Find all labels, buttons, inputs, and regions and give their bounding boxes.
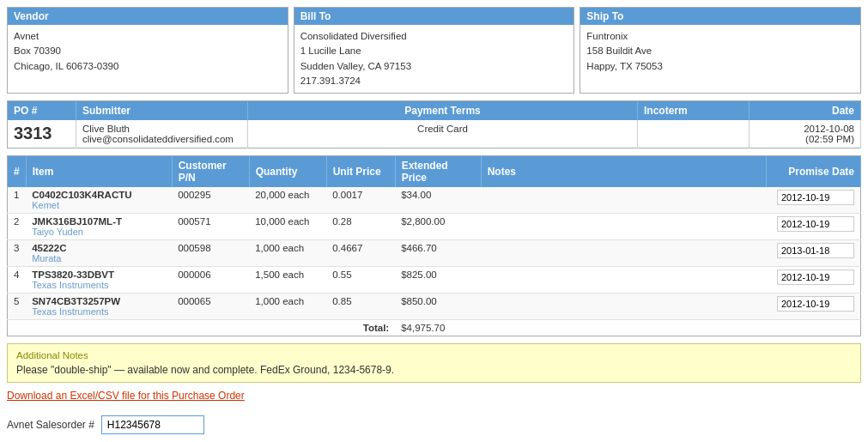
item-code: C0402C103K4RACTU: [32, 190, 166, 200]
row-customer-pn: 000598: [172, 240, 249, 267]
col-num-header: #: [8, 156, 27, 188]
row-extended-price: $2,800.00: [395, 214, 481, 240]
vendor-line1: Avnet: [14, 29, 282, 44]
notes-content: Please "double-ship" — available now and…: [16, 364, 852, 376]
row-num: 4: [8, 267, 27, 294]
item-mfg: Taiyo Yuden: [32, 227, 166, 237]
col-notes-header: Notes: [481, 156, 766, 188]
col-unit-price-header: Unit Price: [326, 156, 395, 188]
row-quantity: 10,000 each: [249, 214, 326, 240]
total-value: $4,975.70: [395, 320, 481, 336]
row-item: C0402C103K4RACTU Kemet: [26, 187, 172, 214]
row-promise-date[interactable]: [767, 214, 861, 240]
table-row: 5 SN74CB3T3257PW Texas Instruments 00006…: [8, 294, 861, 320]
row-customer-pn: 000295: [172, 187, 249, 214]
bill-to-line4: 217.391.3724: [300, 74, 568, 88]
submitter-email: clive@consolidateddiversified.com: [82, 134, 241, 144]
promise-date-input[interactable]: [777, 243, 854, 258]
table-row: 1 C0402C103K4RACTU Kemet 000295 20,000 e…: [8, 187, 861, 214]
address-row: Vendor Avnet Box 70390 Chicago, IL 60673…: [7, 7, 861, 94]
total-row: Total: $4,975.70: [8, 320, 861, 336]
row-notes: [481, 267, 766, 294]
vendor-line2: Box 70390: [14, 44, 282, 58]
date-value: 2012-10-08 (02:59 PM): [750, 120, 861, 148]
bill-to-line2: 1 Lucille Lane: [300, 44, 568, 58]
row-num: 2: [8, 214, 27, 240]
col-customer-pn-header: Customer P/N: [172, 156, 249, 188]
ship-to-line1: Funtronix: [586, 29, 854, 44]
col-quantity-header: Quantity: [249, 156, 326, 188]
row-quantity: 1,000 each: [249, 240, 326, 267]
ship-to-line3: Happy, TX 75053: [586, 59, 854, 74]
table-row: 2 JMK316BJ107ML-T Taiyo Yuden 000571 10,…: [8, 214, 861, 240]
row-promise-date[interactable]: [767, 187, 861, 214]
col-item-header: Item: [26, 156, 172, 188]
salesorder-label: Avnet Salesorder #: [7, 419, 94, 431]
row-unit-price: 0.0017: [326, 187, 395, 214]
item-mfg: Texas Instruments: [32, 280, 166, 290]
col-extended-price-header: Extended Price: [395, 156, 481, 188]
row-unit-price: 0.55: [326, 267, 395, 294]
ship-to-line2: 158 Buildit Ave: [586, 44, 854, 58]
item-mfg: Texas Instruments: [32, 306, 166, 317]
incoterm-value: [638, 120, 750, 148]
row-extended-price: $825.00: [395, 267, 481, 294]
submitter-header: Submitter: [76, 101, 248, 121]
po-num-header: PO #: [8, 101, 76, 121]
promise-date-input[interactable]: [777, 216, 854, 232]
row-notes: [481, 187, 766, 214]
payment-terms-header: Payment Terms: [248, 101, 638, 121]
row-quantity: 1,500 each: [249, 267, 326, 294]
item-mfg: Murata: [32, 253, 166, 263]
row-customer-pn: 000065: [172, 294, 249, 320]
row-num: 1: [8, 187, 27, 214]
vendor-content: Avnet Box 70390 Chicago, IL 60673-0390: [14, 29, 282, 74]
bill-to-line3: Sudden Valley, CA 97153: [300, 59, 568, 74]
bill-to-content: Consolidated Diversified 1 Lucille Lane …: [300, 29, 568, 88]
promise-date-input[interactable]: [777, 190, 854, 205]
incoterm-header: Incoterm: [638, 101, 750, 121]
submitter-name: Clive Bluth: [82, 124, 241, 134]
row-num: 5: [8, 294, 27, 320]
bill-to-header: Bill To: [294, 8, 574, 25]
row-promise-date[interactable]: [767, 267, 861, 294]
table-row: 3 45222C Murata 000598 1,000 each 0.4667…: [8, 240, 861, 267]
ship-to-box: Ship To Funtronix 158 Buildit Ave Happy,…: [580, 7, 861, 94]
item-code: 45222C: [32, 243, 166, 253]
row-extended-price: $34.00: [395, 187, 481, 214]
submitter-value: Clive Bluth clive@consolidateddiversifie…: [76, 120, 248, 148]
bill-to-box: Bill To Consolidated Diversified 1 Lucil…: [294, 7, 575, 94]
row-notes: [481, 214, 766, 240]
item-code: JMK316BJ107ML-T: [32, 216, 166, 227]
row-promise-date[interactable]: [767, 240, 861, 267]
row-extended-price: $466.70: [395, 240, 481, 267]
salesorder-row: Avnet Salesorder #: [7, 415, 861, 434]
row-notes: [481, 294, 766, 320]
promise-date-input[interactable]: [777, 269, 854, 285]
item-mfg: Kemet: [32, 200, 166, 210]
vendor-header: Vendor: [8, 8, 288, 25]
notes-label: Additional Notes: [16, 350, 852, 360]
vendor-box: Vendor Avnet Box 70390 Chicago, IL 60673…: [7, 7, 288, 94]
row-item: 45222C Murata: [26, 240, 172, 267]
row-item: TPS3820-33DBVT Texas Instruments: [26, 267, 172, 294]
row-unit-price: 0.28: [326, 214, 395, 240]
ship-to-header: Ship To: [580, 8, 860, 25]
row-item: SN74CB3T3257PW Texas Instruments: [26, 294, 172, 320]
row-unit-price: 0.4667: [326, 240, 395, 267]
row-quantity: 1,000 each: [249, 294, 326, 320]
col-promise-date-header: Promise Date: [767, 156, 861, 188]
row-promise-date[interactable]: [767, 294, 861, 320]
row-quantity: 20,000 each: [249, 187, 326, 214]
items-table: # Item Customer P/N Quantity Unit Price …: [7, 155, 861, 336]
row-notes: [481, 240, 766, 267]
row-num: 3: [8, 240, 27, 267]
row-customer-pn: 000571: [172, 214, 249, 240]
promise-date-input[interactable]: [777, 296, 854, 312]
ship-to-content: Funtronix 158 Buildit Ave Happy, TX 7505…: [586, 29, 854, 74]
notes-box: Additional Notes Please "double-ship" — …: [7, 343, 861, 383]
bill-to-line1: Consolidated Diversified: [300, 29, 568, 44]
download-link[interactable]: Download an Excel/CSV file for this Purc…: [7, 390, 245, 402]
payment-terms-value: Credit Card: [248, 120, 638, 148]
salesorder-input[interactable]: [101, 415, 204, 434]
